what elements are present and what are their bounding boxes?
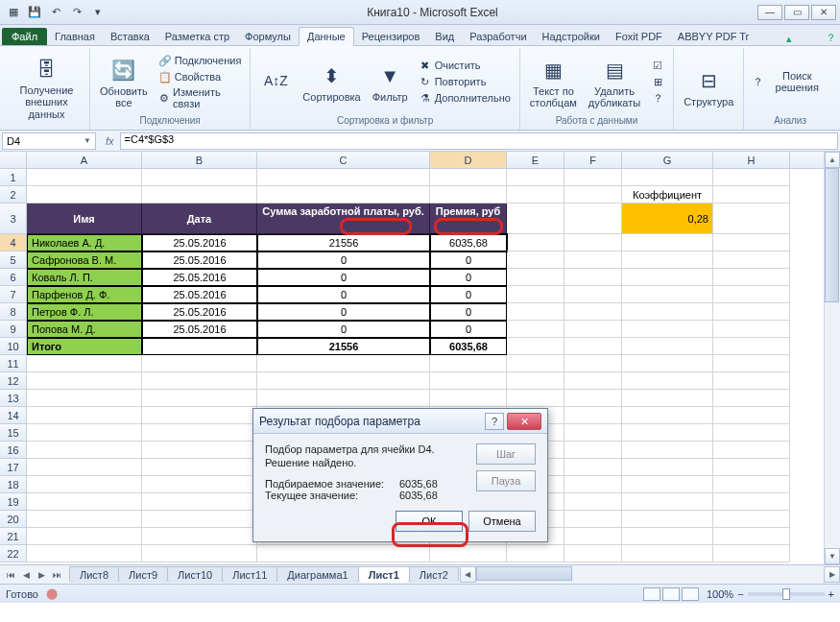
solver-button[interactable]: ？Поиск решения (750, 69, 830, 94)
step-button[interactable]: Шаг (476, 443, 536, 465)
row-header-12[interactable]: 12 (0, 372, 27, 390)
sheet-tab[interactable]: Лист10 (167, 566, 223, 583)
salary-cell[interactable]: 0 (257, 321, 430, 338)
name-box[interactable]: D4 ▼ (2, 132, 96, 150)
zoom-value[interactable]: 100% (707, 588, 733, 600)
date-cell[interactable]: 25.05.2016 (142, 234, 257, 251)
total-name-cell[interactable]: Итого (27, 338, 142, 355)
remove-duplicates-button[interactable]: ▤ Удалить дубликаты (585, 53, 644, 110)
vertical-scrollbar[interactable]: ▲ ▼ (824, 152, 840, 564)
help-icon[interactable]: ？ (826, 31, 836, 45)
name-cell[interactable]: Сафронова В. М. (27, 251, 142, 269)
sheet-tab[interactable]: Лист1 (358, 566, 410, 583)
edit-links-button[interactable]: ⚙Изменить связи (156, 85, 245, 110)
sheet-first-icon[interactable]: ⏮ (4, 568, 17, 582)
date-cell[interactable]: 25.05.2016 (142, 286, 257, 303)
external-data-button[interactable]: 🗄 Получение внешних данных (10, 52, 84, 121)
scroll-up-icon[interactable]: ▲ (825, 152, 840, 168)
fx-icon[interactable]: fx (106, 135, 114, 147)
zoom-slider[interactable] (748, 592, 825, 596)
row-header-19[interactable]: 19 (0, 493, 27, 511)
dialog-close-icon[interactable]: ✕ (507, 413, 541, 430)
row-header-22[interactable]: 22 (0, 545, 27, 562)
row-header-2[interactable]: 2 (0, 186, 27, 203)
header-date[interactable]: Дата (142, 203, 257, 234)
bonus-cell[interactable]: 6035,68 (430, 234, 507, 251)
clear-filter-button[interactable]: ✖Очистить (416, 58, 514, 73)
row-header-17[interactable]: 17 (0, 459, 27, 476)
coef-value-cell[interactable]: 0,28 (622, 203, 713, 234)
scroll-down-icon[interactable]: ▼ (825, 548, 840, 564)
name-cell[interactable]: Петров Ф. Л. (27, 303, 142, 321)
sort-az-button[interactable]: A↕Z (256, 64, 295, 99)
file-tab[interactable]: Файл (2, 28, 47, 45)
tab-formulas[interactable]: Формулы (237, 28, 299, 45)
tab-abbyy[interactable]: ABBYY PDF Tr (670, 28, 756, 45)
normal-view-button[interactable] (643, 587, 660, 601)
bonus-cell[interactable]: 0 (430, 251, 507, 269)
name-cell[interactable]: Парфенов Д. Ф. (27, 286, 142, 303)
sheet-tab[interactable]: Диаграмма1 (276, 566, 358, 583)
tab-data[interactable]: Данные (299, 27, 354, 46)
minimize-button[interactable]: — (757, 5, 782, 20)
row-header-6[interactable]: 6 (0, 269, 27, 286)
hscroll-thumb[interactable] (476, 566, 572, 581)
formula-input[interactable]: =C4*$G$3 (120, 132, 838, 150)
save-icon[interactable]: 💾 (25, 3, 44, 22)
tab-insert[interactable]: Вставка (103, 28, 157, 45)
ok-button[interactable]: ОК (396, 511, 463, 532)
total-salary-cell[interactable]: 21556 (257, 338, 430, 355)
pause-button[interactable]: Пауза (476, 470, 536, 491)
salary-cell[interactable]: 0 (257, 303, 430, 321)
salary-cell[interactable]: 0 (257, 269, 430, 286)
dialog-help-icon[interactable]: ? (485, 413, 504, 430)
date-cell[interactable]: 25.05.2016 (142, 251, 257, 269)
outline-button[interactable]: ⊟ Структура (680, 63, 737, 109)
text-to-columns-button[interactable]: ▦ Текст по столбцам (526, 53, 581, 110)
col-header-d[interactable]: D (430, 152, 507, 168)
name-box-dropdown-icon[interactable]: ▼ (84, 136, 91, 145)
name-cell[interactable]: Николаев А. Д. (27, 234, 142, 251)
refresh-all-button[interactable]: 🔄 Обновить все (96, 53, 152, 110)
row-header-20[interactable]: 20 (0, 511, 27, 528)
horizontal-scrollbar[interactable]: ◀ ▶ (460, 566, 840, 583)
macro-record-icon[interactable]: ⬤ (46, 587, 58, 600)
row-header-4[interactable]: 4 (0, 234, 27, 251)
redo-icon[interactable]: ↷ (67, 3, 86, 22)
row-header-15[interactable]: 15 (0, 424, 27, 442)
total-date-cell[interactable] (142, 338, 257, 355)
sheet-prev-icon[interactable]: ◀ (19, 568, 33, 582)
row-header-10[interactable]: 10 (0, 338, 27, 355)
reapply-button[interactable]: ↻Повторить (416, 74, 514, 89)
row-header-18[interactable]: 18 (0, 476, 27, 493)
tab-layout[interactable]: Разметка стр (157, 28, 237, 45)
advanced-button[interactable]: ⚗Дополнительно (416, 90, 514, 106)
row-header-16[interactable]: 16 (0, 442, 27, 459)
restore-button[interactable]: ▭ (784, 5, 809, 20)
salary-cell[interactable]: 21556 (257, 234, 430, 251)
tab-developer[interactable]: Разработчи (462, 28, 534, 45)
row-header-13[interactable]: 13 (0, 390, 27, 407)
col-header-g[interactable]: G (622, 152, 713, 168)
sheet-last-icon[interactable]: ⏭ (50, 568, 63, 582)
row-header-7[interactable]: 7 (0, 286, 27, 303)
row-header-1[interactable]: 1 (0, 169, 27, 186)
row-header-14[interactable]: 14 (0, 407, 27, 424)
tab-view[interactable]: Вид (427, 28, 462, 45)
connections-button[interactable]: 🔗Подключения (156, 53, 245, 68)
undo-icon[interactable]: ↶ (46, 3, 65, 22)
sheet-tab[interactable]: Лист11 (222, 566, 277, 583)
zoom-in-button[interactable]: + (828, 588, 834, 600)
row-header-9[interactable]: 9 (0, 321, 27, 338)
tab-addins[interactable]: Надстройки (535, 28, 608, 45)
sheet-next-icon[interactable]: ▶ (35, 568, 48, 582)
scroll-right-icon[interactable]: ▶ (824, 566, 840, 583)
col-header-f[interactable]: F (564, 152, 622, 168)
header-bonus[interactable]: Премия, руб (430, 203, 507, 234)
bonus-cell[interactable]: 0 (430, 321, 507, 338)
header-salary[interactable]: Сумма заработной платы, руб. (257, 203, 430, 234)
consolidate-button[interactable]: ⊞ (648, 74, 667, 89)
col-header-c[interactable]: C (257, 152, 430, 168)
salary-cell[interactable]: 0 (257, 251, 430, 269)
tab-review[interactable]: Рецензиров (354, 28, 428, 45)
